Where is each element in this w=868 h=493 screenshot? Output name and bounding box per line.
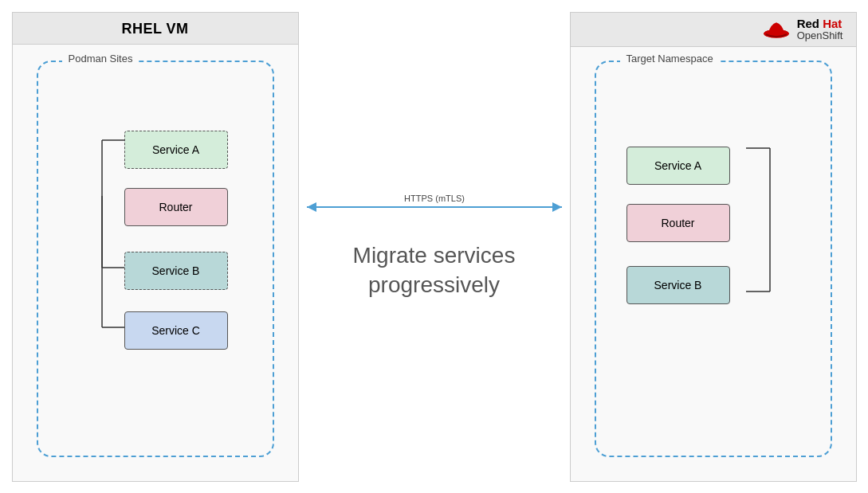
right-panel: Red Hat OpenShift Target Namespace Servi… [570, 12, 857, 482]
left-service-c: Service C [124, 311, 228, 350]
https-label: HTTPS (mTLS) [404, 194, 465, 203]
redhat-brand-text: Red Hat OpenShift [797, 18, 843, 42]
left-panel: RHEL VM Podman Sites Service A R [12, 12, 299, 482]
redhat-logo: Red Hat OpenShift [762, 18, 843, 42]
right-service-a: Service A [626, 147, 730, 185]
arrow-left-head [307, 202, 316, 212]
middle-section: Migrate services progressively HTTPS (mT… [299, 12, 570, 482]
redhat-hat-icon [762, 18, 791, 41]
right-diagram-svg [595, 57, 850, 447]
right-service-b: Service B [626, 266, 730, 304]
left-panel-title: RHEL VM [13, 13, 298, 45]
left-router: Router [124, 188, 228, 226]
arrow-right-head [552, 202, 562, 212]
main-container: RHEL VM Podman Sites Service A R [12, 12, 857, 482]
left-service-b: Service B [124, 252, 228, 290]
right-router: Router [626, 204, 730, 242]
left-service-a: Service A [124, 131, 228, 169]
arrow-svg: HTTPS (mTLS) [299, 12, 570, 482]
right-panel-header: Red Hat OpenShift [571, 13, 856, 48]
